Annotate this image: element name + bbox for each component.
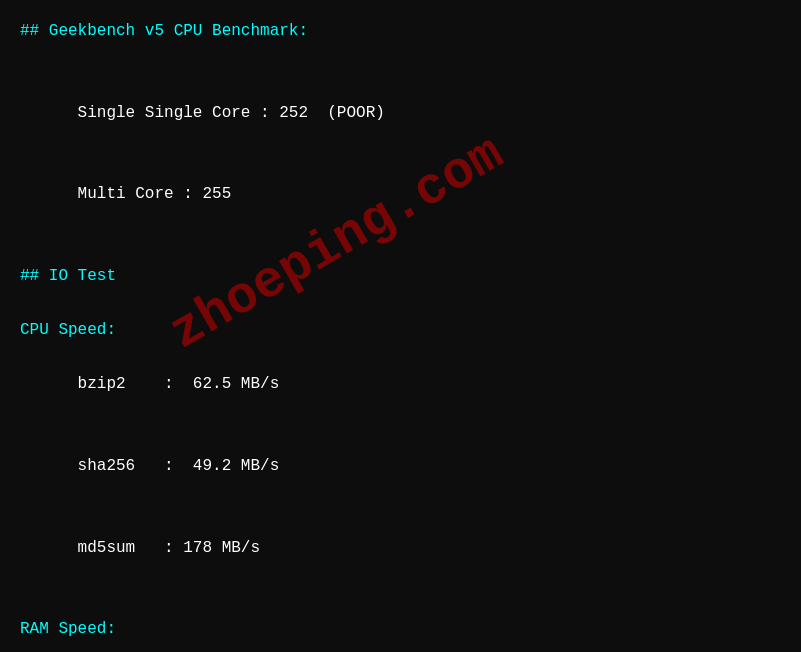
terminal-output: ## Geekbench v5 CPU Benchmark: Single Si…	[0, 0, 801, 652]
cpu-speed-label: CPU Speed:	[20, 317, 781, 344]
ram-speed-label: RAM Speed:	[20, 616, 781, 643]
geekbench-heading: ## Geekbench v5 CPU Benchmark:	[20, 18, 781, 45]
multi-core-line: Multi Core : 255	[20, 154, 781, 236]
bzip2-line: bzip2 : 62.5 MB/s	[20, 344, 781, 426]
sha256-line: sha256 : 49.2 MB/s	[20, 426, 781, 508]
single-core-line: Single Single CoreSingle Core : 252 (POO…	[20, 72, 781, 154]
md5sum-line: md5sum : 178 MB/s	[20, 507, 781, 589]
avg-write-line: Avg. write : 1073.1 MB/s	[20, 643, 781, 652]
io-heading: ## IO Test	[20, 263, 781, 290]
